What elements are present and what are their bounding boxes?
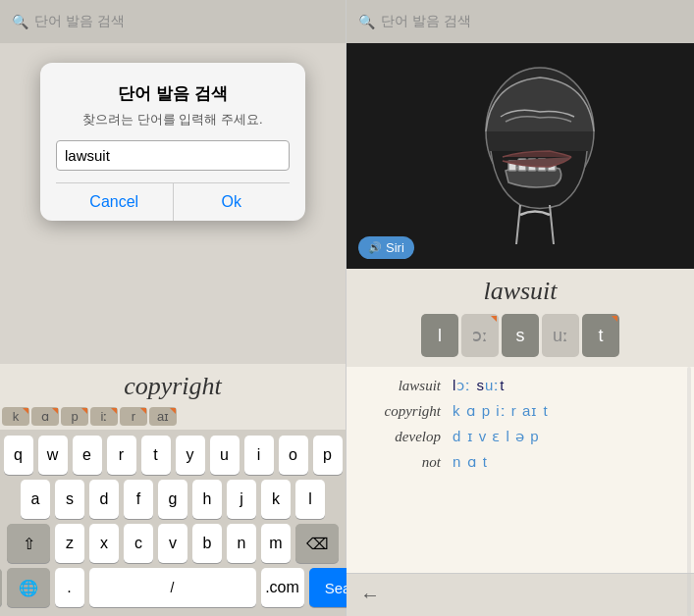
key-v[interactable]: v: [158, 524, 187, 563]
search-dialog: 단어 발음 검색 찾으려는 단어를 입력해 주세요. Cancel Ok: [40, 63, 305, 221]
dialog-title: 단어 발음 검색: [56, 82, 290, 105]
key-x[interactable]: x: [89, 524, 119, 563]
key-f[interactable]: f: [124, 480, 153, 519]
right-search-icon: 🔍: [358, 14, 375, 29]
key-j[interactable]: j: [227, 480, 256, 519]
search-icon: 🔍: [12, 14, 28, 29]
right-phoneme-row: l ɔː s uː t: [358, 310, 682, 363]
list-item[interactable]: develop d ɪ v ɛ l ə p: [347, 424, 694, 449]
key-m[interactable]: m: [261, 524, 291, 563]
ipa-lawsuit: lɔː suːt: [453, 377, 506, 394]
key-p[interactable]: p: [313, 436, 343, 475]
key-period[interactable]: .: [55, 568, 84, 607]
key-e[interactable]: e: [73, 436, 102, 475]
siri-label: Siri: [386, 240, 404, 255]
right-search-bar: 🔍 단어 발음 검색: [347, 0, 694, 43]
key-g[interactable]: g: [158, 480, 187, 519]
list-item[interactable]: not n ɑ t: [347, 449, 694, 475]
phoneme-tile-a[interactable]: ɑ: [31, 407, 59, 426]
siri-icon: 🔊: [368, 241, 382, 254]
key-globe[interactable]: 🌐: [7, 568, 50, 607]
key-d[interactable]: d: [89, 480, 119, 519]
key-row-3: ⇧ z x c v b n m ⌫: [2, 524, 344, 563]
word-label-develop: develop: [362, 429, 441, 445]
key-c[interactable]: c: [124, 524, 153, 563]
word-list: lawsuit lɔː suːt copyright k ɑ p iː r aɪ…: [347, 367, 694, 573]
key-a[interactable]: a: [21, 480, 50, 519]
key-k[interactable]: k: [261, 480, 291, 519]
phoneme-tile-p[interactable]: p: [61, 407, 88, 426]
key-u[interactable]: u: [210, 436, 240, 475]
left-panel: 🔍 단어 발음 검색 단어 발음 검색 찾으려는 단어를 입력해 주세요. Ca…: [0, 0, 347, 616]
right-search-placeholder: 단어 발음 검색: [381, 13, 471, 30]
back-button[interactable]: ←: [360, 584, 380, 606]
key-s[interactable]: s: [55, 480, 84, 519]
key-y[interactable]: y: [176, 436, 205, 475]
word-label-not: not: [362, 454, 441, 471]
right-tile-s[interactable]: s: [502, 314, 539, 357]
right-tile-os[interactable]: ɔː: [461, 314, 499, 357]
left-word-display: copyright: [0, 364, 346, 403]
key-row-2: a s d f g h j k l: [2, 480, 344, 519]
right-word-title: lawsuit: [358, 277, 682, 306]
ok-button[interactable]: Ok: [174, 183, 291, 221]
key-l[interactable]: l: [295, 480, 325, 519]
right-word-area: lawsuit l ɔː s uː t: [347, 269, 694, 367]
key-row-1: q w e r t y u i o p: [2, 436, 344, 475]
key-num[interactable]: 123: [0, 568, 2, 607]
key-n[interactable]: n: [227, 524, 256, 563]
bottom-back-bar: ←: [347, 573, 694, 616]
right-tile-t[interactable]: t: [582, 314, 619, 357]
left-top-area: 단어 발음 검색 찾으려는 단어를 입력해 주세요. Cancel Ok: [0, 43, 346, 364]
key-delete[interactable]: ⌫: [295, 524, 339, 563]
left-search-placeholder: 단어 발음 검색: [34, 13, 125, 30]
key-b[interactable]: b: [192, 524, 222, 563]
word-label-copyright: copyright: [362, 403, 441, 420]
cancel-button[interactable]: Cancel: [56, 183, 174, 221]
siri-button[interactable]: 🔊 Siri: [358, 236, 414, 259]
key-z[interactable]: z: [55, 524, 84, 563]
list-item[interactable]: copyright k ɑ p iː r aɪ t: [347, 398, 694, 424]
phoneme-tile-ii[interactable]: iː: [90, 407, 118, 426]
phoneme-tile-k[interactable]: k: [2, 407, 29, 426]
key-h[interactable]: h: [192, 480, 222, 519]
phoneme-tile-r[interactable]: r: [120, 407, 147, 426]
dialog-subtitle: 찾으려는 단어를 입력해 주세요.: [56, 111, 290, 128]
left-bottom-area: copyright k ɑ p iː r: [0, 364, 346, 616]
right-panel: 🔍 단어 발음 검색: [347, 0, 694, 616]
right-tile-uu[interactable]: uː: [542, 314, 579, 357]
key-shift[interactable]: ⇧: [7, 524, 50, 563]
ipa-not: n ɑ t: [453, 453, 488, 471]
dialog-buttons: Cancel Ok: [56, 182, 290, 221]
key-q[interactable]: q: [4, 436, 33, 475]
ipa-develop: d ɪ v ɛ l ə p: [453, 428, 540, 445]
key-o[interactable]: o: [279, 436, 308, 475]
phoneme-tile-ai[interactable]: aɪ: [149, 407, 177, 426]
keyboard: q w e r t y u i o p a s d f g h j k: [0, 430, 346, 616]
key-w[interactable]: w: [38, 436, 68, 475]
key-row-4: 123 🌐 . / .com Search: [2, 568, 344, 607]
left-search-bar: 🔍 단어 발음 검색: [0, 0, 346, 43]
key-com[interactable]: .com: [261, 568, 304, 607]
ipa-copyright: k ɑ p iː r aɪ t: [453, 402, 549, 420]
dialog-input[interactable]: [56, 140, 290, 171]
throat-image-area: 🔊 Siri: [347, 43, 694, 269]
key-space[interactable]: /: [89, 568, 256, 607]
word-label-lawsuit: lawsuit: [362, 378, 441, 394]
list-item[interactable]: lawsuit lɔː suːt: [347, 373, 694, 398]
key-r[interactable]: r: [107, 436, 136, 475]
key-t[interactable]: t: [141, 436, 171, 475]
throat-svg: [422, 63, 618, 249]
right-panel-inner: lawsuit lɔː suːt copyright k ɑ p iː r aɪ…: [347, 367, 694, 616]
right-tile-l[interactable]: l: [421, 314, 458, 357]
left-phoneme-row: k ɑ p iː r aɪ: [0, 403, 346, 430]
key-i[interactable]: i: [244, 436, 274, 475]
